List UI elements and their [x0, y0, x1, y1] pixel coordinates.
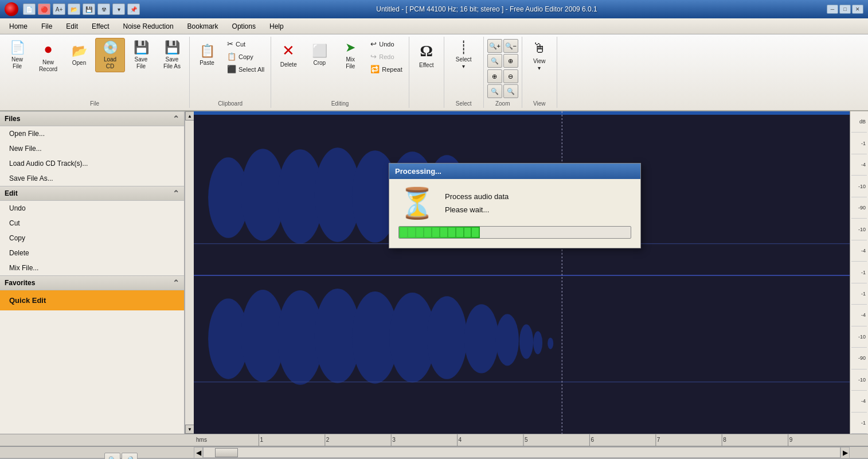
load-cd-button[interactable]: 💿 LoadCD [95, 38, 125, 72]
record-btn[interactable]: 🔴 [38, 3, 50, 15]
mix-file-button[interactable]: ➤ MixFile [335, 38, 365, 72]
redo-button[interactable]: ↪ Redo [366, 50, 406, 63]
view-icon: 🖱 [533, 40, 546, 57]
sidebar-mix-file[interactable]: Mix File... [0, 260, 184, 275]
svg-text:3: 3 [392, 437, 396, 443]
sidebar-cut[interactable]: Cut [0, 216, 184, 231]
sidebar-copy[interactable]: Copy [0, 231, 184, 246]
db-mark-5: -90 [851, 197, 867, 219]
processing-text: Process audio data Please wait... [445, 190, 509, 217]
svg-text:4: 4 [459, 437, 462, 443]
sidebar-open-file[interactable]: Open File... [0, 126, 184, 141]
menu-noise-reduction[interactable]: Noise Reduction [116, 20, 181, 33]
favorites-collapse-button[interactable]: ⌃ [173, 278, 179, 287]
sidebar-scroll-track[interactable] [185, 120, 194, 425]
files-section-header[interactable]: Files ⌃ [0, 111, 184, 126]
delete-button[interactable]: ✕ Delete [273, 38, 303, 72]
menubar: Home File Edit Effect Noise Reduction Bo… [0, 18, 868, 34]
processing-dialog-content: ⏳ Process audio data Please wait... [389, 179, 640, 248]
menu-file[interactable]: File [34, 20, 59, 33]
minimize-button[interactable]: ─ [827, 5, 838, 14]
maximize-button[interactable]: □ [839, 5, 851, 14]
close-button[interactable]: ✕ [852, 5, 863, 14]
save-btn[interactable]: 💾 [83, 3, 95, 15]
sidebar: Files ⌃ Open File... New File... Load Au… [0, 111, 185, 434]
sidebar-delete[interactable]: Delete [0, 246, 184, 260]
timeline-ruler[interactable]: hms 1 2 3 4 5 6 7 8 9 [194, 434, 850, 446]
ribbon-file-group: 📄 NewFile ● NewRecord 📂 Open 💿 LoadCD 💾 … [0, 37, 190, 108]
undo-button[interactable]: ↩ Undo [366, 38, 406, 50]
copy-button[interactable]: 📋 Copy [223, 50, 268, 63]
zoom-4-button[interactable]: 🔍 [503, 84, 518, 98]
repeat-button[interactable]: 🔁 Repeat [366, 63, 406, 75]
db-mark-12: -90 [851, 348, 867, 369]
zoom-3-button[interactable]: 🔍 [487, 84, 502, 98]
favorites-section-header[interactable]: Favorites ⌃ [0, 275, 184, 290]
menu-help[interactable]: Help [263, 20, 291, 33]
timeline: hms 1 2 3 4 5 6 7 8 9 [0, 434, 868, 446]
scroll-right-button[interactable]: ▶ [840, 447, 850, 458]
zoom-out-button[interactable]: 🔍− [503, 39, 518, 53]
dropdown-btn[interactable]: ▾ [112, 3, 125, 15]
open-btn[interactable]: 📂 [68, 3, 80, 15]
zoom-all-button[interactable]: ⊕ [503, 54, 518, 68]
open-button[interactable]: 📂 Open [64, 38, 94, 72]
effect-button[interactable]: Ω Effect [412, 38, 441, 72]
edit-section-header[interactable]: Edit ⌃ [0, 186, 184, 201]
sidebar-scroll-up[interactable]: ▲ [185, 111, 194, 120]
ribbon-view-group: 🖱 View▾ View [522, 37, 557, 108]
svg-text:hms: hms [196, 437, 207, 443]
zoom-in-transport[interactable]: 🔍 [104, 453, 120, 460]
menu-bookmark[interactable]: Bookmark [181, 20, 225, 33]
svg-text:7: 7 [657, 437, 660, 443]
paste-button[interactable]: 📋 Paste [192, 38, 222, 72]
save-file-as-button[interactable]: 💾 SaveFile As [157, 38, 187, 72]
delete-icon: ✕ [282, 42, 295, 60]
favorites-section-label: Favorites [5, 279, 35, 287]
main-area: Files ⌃ Open File... New File... Load Au… [0, 111, 868, 434]
sidebar-scroll-down[interactable]: ▼ [185, 425, 194, 434]
paste-icon: 📋 [200, 44, 215, 59]
db-mark-7: -4 [851, 240, 867, 262]
scroll-left-button[interactable]: ◀ [194, 447, 203, 458]
menu-effect[interactable]: Effect [85, 20, 116, 33]
burn-btn[interactable]: ☢ [97, 3, 110, 15]
view-button[interactable]: 🖱 View▾ [525, 38, 554, 74]
select-group-label: Select [456, 100, 472, 107]
pin-btn[interactable]: 📌 [127, 3, 140, 15]
zoom-out2-button[interactable]: ⊖ [503, 69, 518, 83]
menu-options[interactable]: Options [225, 20, 263, 33]
db-mark-6: -10 [851, 219, 867, 240]
menu-edit[interactable]: Edit [59, 20, 85, 33]
sidebar-undo[interactable]: Undo [0, 201, 184, 216]
ribbon-select-group: ┊ Select▾ Select [444, 37, 484, 108]
zoom-in-button[interactable]: 🔍+ [487, 39, 502, 53]
new-file-button[interactable]: 📄 NewFile [2, 38, 32, 72]
progress-seg-8 [456, 228, 463, 237]
zoom-selection-button[interactable]: 🔍 [487, 54, 502, 68]
clipboard-buttons: 📋 Paste ✂ Cut 📋 Copy ⬛ Select All [192, 38, 268, 99]
new-btn[interactable]: 📄 [23, 3, 36, 15]
files-collapse-button[interactable]: ⌃ [173, 114, 179, 123]
sidebar-new-file[interactable]: New File... [0, 141, 184, 156]
processing-line1: Process audio data [445, 192, 509, 201]
mix-file-icon: ➤ [345, 40, 355, 55]
editing-group-label: Editing [331, 100, 349, 107]
font-btn[interactable]: A+ [53, 3, 65, 15]
new-record-button[interactable]: ● NewRecord [33, 38, 63, 75]
select-all-button[interactable]: ⬛ Select All [223, 63, 268, 75]
horizontal-scrollbar-track[interactable] [203, 447, 840, 458]
clipboard-small-group: ✂ Cut 📋 Copy ⬛ Select All [223, 38, 268, 75]
edit-collapse-button[interactable]: ⌃ [173, 189, 179, 198]
quick-edit-item[interactable]: Quick Edit [0, 290, 184, 310]
cut-button[interactable]: ✂ Cut [223, 38, 268, 50]
menu-home[interactable]: Home [2, 20, 34, 33]
crop-button[interactable]: ⬜ Crop [304, 38, 334, 72]
select-button[interactable]: ┊ Select▾ [447, 38, 481, 72]
zoom-in2-button[interactable]: ⊕ [487, 69, 502, 83]
sidebar-load-cd[interactable]: Load Audio CD Track(s)... [0, 156, 184, 171]
sidebar-save-file-as[interactable]: Save File As... [0, 171, 184, 186]
horizontal-scrollbar-thumb[interactable] [215, 448, 238, 457]
zoom-out-transport[interactable]: 🔎 [122, 453, 138, 460]
save-file-button[interactable]: 💾 SaveFile [126, 38, 156, 72]
